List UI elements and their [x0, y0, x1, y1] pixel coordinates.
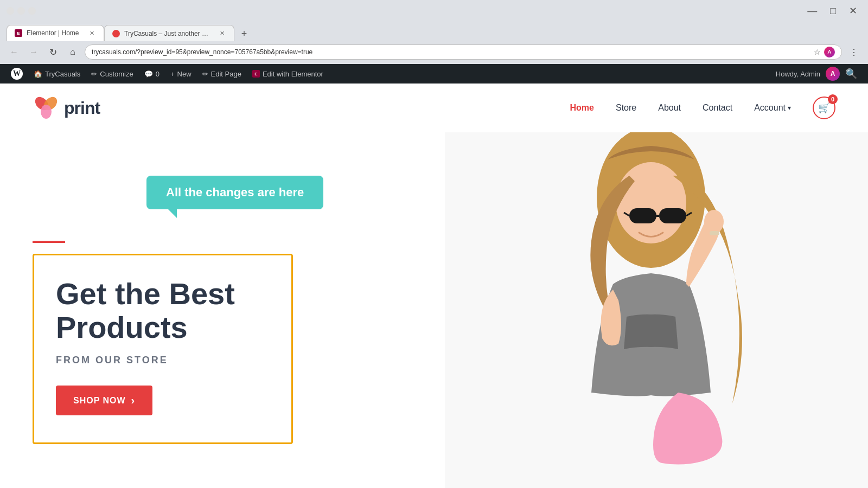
wp-site-icon: 🏠	[34, 70, 42, 78]
maximize-button[interactable]	[17, 7, 25, 15]
svg-point-2	[41, 105, 52, 119]
tab-trycasuals-close[interactable]: ✕	[218, 29, 226, 38]
nav-about[interactable]: About	[658, 103, 681, 113]
wp-customize[interactable]: ✏ Customize	[86, 64, 138, 84]
elementor-favicon-icon: E	[15, 29, 22, 37]
cart-count: 0	[828, 94, 838, 104]
hero-section: All the changes are here Get the Best Pr…	[0, 132, 868, 488]
website-area: print Home Store About Contact Account ▾…	[0, 84, 868, 488]
address-bar-row: ← → ↻ ⌂ trycasuals.com/?preview_id=95&pr…	[0, 41, 868, 64]
wp-editpage-label: Edit Page	[211, 70, 241, 78]
speech-bubble-text: All the changes are here	[166, 185, 304, 199]
nav-home[interactable]: Home	[570, 103, 594, 113]
pencil-editpage-icon: ✏	[202, 70, 208, 78]
red-accent-line	[33, 241, 65, 243]
site-logo[interactable]: print	[33, 94, 100, 121]
tabs-bar: E Elementor | Home ✕ TryCasuals – Just a…	[0, 22, 868, 41]
shop-now-label: SHOP NOW	[73, 396, 126, 406]
nav-account[interactable]: Account ▾	[754, 103, 791, 113]
nav-store[interactable]: Store	[616, 103, 636, 113]
chevron-down-icon: ▾	[788, 104, 791, 112]
speech-bubble: All the changes are here	[146, 176, 323, 209]
tab-trycasuals-title: TryCasuals – Just another WordP...	[124, 30, 213, 37]
reload-button[interactable]: ↻	[46, 44, 61, 60]
address-icons: ☆ A	[814, 47, 835, 57]
bookmark-icon[interactable]: ☆	[814, 48, 821, 56]
forward-button[interactable]: →	[26, 44, 41, 60]
svg-point-5	[616, 162, 686, 243]
title-bar: — □ ✕	[0, 0, 868, 22]
nav-account-label: Account	[754, 103, 786, 113]
address-text: trycasuals.com/?preview_id=95&preview_no…	[92, 48, 814, 56]
wp-search-icon[interactable]: 🔍	[840, 68, 863, 80]
logo-text: print	[64, 98, 100, 118]
wordpress-logo-icon: W	[11, 68, 23, 80]
wp-comments-count: 0	[156, 70, 159, 78]
svg-rect-12	[710, 231, 719, 235]
hero-image	[445, 132, 868, 488]
back-button[interactable]: ←	[7, 44, 22, 60]
wp-site-label: TryCasuals	[45, 70, 80, 78]
title-bar-right: — □ ✕	[803, 5, 861, 17]
win-close-right[interactable]: ✕	[845, 5, 861, 17]
hero-title: Get the Best Products	[56, 277, 270, 344]
wp-edit-elementor-label: Edit with Elementor	[263, 70, 323, 78]
wp-customize-label: Customize	[100, 70, 133, 78]
win-restore-right[interactable]: □	[826, 5, 840, 17]
trycasuals-favicon-icon	[112, 30, 120, 37]
tab-trycasuals[interactable]: TryCasuals – Just another WordP... ✕	[104, 25, 234, 41]
tab-elementor-title: Elementor | Home	[27, 29, 83, 37]
cart-button[interactable]: 🛒 0	[813, 97, 835, 119]
plus-new-icon: +	[170, 70, 175, 78]
wp-new[interactable]: + New	[165, 64, 197, 84]
tab-elementor-close[interactable]: ✕	[87, 29, 96, 37]
hero-content: Get the Best Products FROM OUR STORE SHO…	[33, 241, 293, 444]
extensions-button[interactable]: ⋮	[846, 44, 861, 60]
comment-icon: 💬	[144, 70, 153, 78]
shop-now-button[interactable]: SHOP NOW ›	[56, 386, 152, 415]
nav-contact[interactable]: Contact	[703, 103, 732, 113]
site-nav: Home Store About Contact Account ▾ 🛒 0	[570, 97, 835, 119]
minimize-button[interactable]	[7, 7, 14, 15]
tab-elementor[interactable]: E Elementor | Home ✕	[7, 25, 104, 41]
wp-new-label: New	[177, 70, 192, 78]
address-bar[interactable]: trycasuals.com/?preview_id=95&preview_no…	[85, 44, 842, 60]
wp-edit-elementor[interactable]: E Edit with Elementor	[247, 64, 329, 84]
howdy-text[interactable]: Howdy, Admin	[770, 70, 826, 78]
wp-admin-right: Howdy, Admin A 🔍	[770, 67, 863, 81]
hero-title-line2: Products	[56, 310, 188, 344]
hero-title-line1: Get the Best	[56, 277, 235, 311]
wp-site-name[interactable]: 🏠 TryCasuals	[28, 64, 86, 84]
wp-edit-page[interactable]: ✏ Edit Page	[197, 64, 247, 84]
svg-rect-7	[659, 208, 686, 223]
site-header: print Home Store About Contact Account ▾…	[0, 84, 868, 132]
wp-admin-bar: W 🏠 TryCasuals ✏ Customize 💬 0 + New ✏ E…	[0, 64, 868, 84]
cart-icon: 🛒	[818, 102, 830, 114]
home-button[interactable]: ⌂	[65, 44, 80, 60]
window-controls	[7, 7, 36, 15]
win-minimize-right[interactable]: —	[803, 5, 821, 17]
browser-chrome: — □ ✕ E Elementor | Home ✕ TryCasuals – …	[0, 0, 868, 64]
close-button[interactable]	[28, 7, 36, 15]
logo-icon	[33, 94, 60, 121]
hero-subtitle: FROM OUR STORE	[56, 355, 270, 366]
title-bar-left	[7, 7, 36, 15]
arrow-right-icon: ›	[131, 394, 136, 407]
elementor-edit-icon: E	[252, 70, 260, 78]
admin-avatar[interactable]: A	[826, 67, 840, 81]
new-tab-button[interactable]: +	[237, 26, 252, 41]
svg-rect-6	[629, 208, 656, 223]
pencil-customize-icon: ✏	[91, 70, 97, 78]
wp-comments[interactable]: 💬 0	[139, 64, 165, 84]
hero-box: Get the Best Products FROM OUR STORE SHO…	[33, 254, 293, 444]
svg-point-11	[704, 210, 724, 234]
user-profile-icon[interactable]: A	[824, 47, 835, 57]
wp-logo-item[interactable]: W	[5, 64, 28, 84]
